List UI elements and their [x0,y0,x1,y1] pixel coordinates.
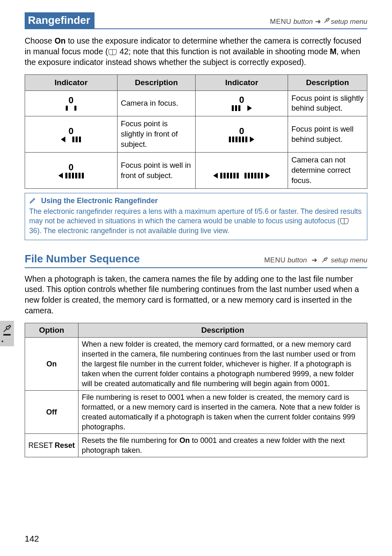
table-row: Off File numbering is reset to 0001 when… [25,390,367,433]
table-row: RESETReset Resets the file numbering for… [25,433,367,457]
indicator-well-behind: 0 [196,116,288,153]
desc-cell: File numbering is reset to 0001 when a n… [78,390,367,433]
col-description: Description [78,323,367,338]
indicator-well-front: 0 [25,153,118,189]
col-option: Option [25,323,78,338]
arrow-right-icon: ➜ [311,256,317,264]
pencil-icon [29,197,37,204]
col-description-2: Description [288,74,367,90]
page-number: 142 [25,533,39,544]
desc-cell: Focus point is well behind subject. [288,116,367,153]
rangefinder-title: Rangefinder [25,12,95,29]
rangefinder-body: Choose On to use the exposure indicator … [25,36,367,68]
desc-cell: Focus point is slightly in front of subj… [117,116,195,153]
arrow-right-icon: ➜ [315,17,321,27]
book-icon [108,49,117,55]
file-number-section-header: File Number Sequence MENU button ➜ setup… [25,252,367,268]
option-on: On [25,337,78,390]
file-number-body: When a photograph is taken, the camera n… [25,274,367,317]
indicator-slight-front: 0 [25,116,118,153]
col-indicator-2: Indicator [196,74,288,90]
col-description-1: Description [117,74,195,90]
col-indicator-1: Indicator [25,74,118,90]
desc-cell: Focus point is well in front of subject. [117,153,195,189]
indicator-slight-behind: 0 [196,90,288,116]
book-icon [340,218,348,224]
desc-cell: Camera in focus. [117,90,195,116]
desc-cell: Camera can not determine correct focus. [288,153,367,189]
note-box: Using the Electronic Rangefinder The ele… [25,193,367,240]
indicator-table: Indicator Description Indicator Descript… [25,74,367,189]
wrench-icon [323,17,330,27]
desc-cell: Focus point is slightly behind subject. [288,90,367,116]
indicator-in-focus: 0 [25,90,118,116]
table-row: On When a new folder is created, the mem… [25,337,367,390]
table-row: 0 Camera in focus. 0 Focus point is slig… [25,90,367,116]
rangefinder-section-header: Rangefinder MENU button ➜ setup menu [25,12,367,30]
indicator-cannot: 0 [196,153,288,189]
option-off: Off [25,390,78,433]
note-body: The electronic rangefinder requires a le… [29,207,363,236]
options-table: Option Description On When a new folder … [25,323,367,457]
desc-cell: When a new folder is created, the memory… [78,337,367,390]
side-tab [0,321,14,346]
table-row: 0 Focus point is well in front of subjec… [25,153,367,189]
file-number-menu-path: MENU button ➜ setup menu [264,256,367,266]
file-number-title: File Number Sequence [25,252,264,266]
desc-cell: Resets the file numbering for On to 0001… [78,433,367,457]
wrench-icon [321,257,330,265]
table-row: 0 Focus point is slightly in front of su… [25,116,367,153]
option-reset: RESETReset [25,433,78,457]
note-title-text: Using the Electronic Rangefinder [41,197,158,205]
rangefinder-menu-path: MENU button ➜ setup menu [95,12,367,29]
wrench-icon [2,324,12,333]
